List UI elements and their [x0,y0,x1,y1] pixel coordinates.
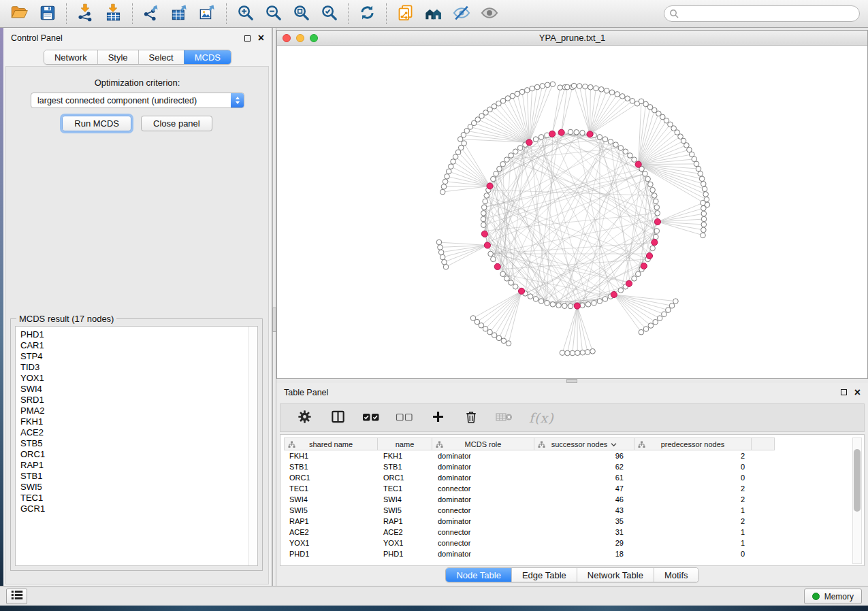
graph-node[interactable] [571,83,577,88]
graph-node[interactable] [701,216,707,222]
mcds-result-item[interactable]: TID3 [20,362,257,373]
zoom-out-button[interactable] [259,2,287,25]
graph-node[interactable] [580,350,585,355]
mcds-result-item[interactable]: SWI4 [20,384,257,395]
graph-node[interactable] [533,297,539,302]
graph-node[interactable] [562,303,567,309]
graph-node[interactable] [494,171,499,177]
graph-node[interactable] [550,82,556,87]
graph-mcds-node[interactable] [518,288,524,294]
import-network-button[interactable] [71,2,99,25]
graph-node[interactable] [583,84,588,89]
memory-button[interactable]: Memory [804,589,862,604]
list-scrollbar-track[interactable] [248,327,257,565]
graph-mcds-node[interactable] [626,280,632,286]
graph-node[interactable] [440,189,445,195]
graph-node[interactable] [560,350,565,356]
graph-node[interactable] [630,99,635,104]
graph-node[interactable] [481,216,486,222]
graph-node[interactable] [515,91,520,97]
maximize-window-icon[interactable] [310,34,318,42]
column-header-shared-name[interactable]: shared name [284,437,378,450]
tab-motifs[interactable]: Motifs [654,568,698,582]
graph-node[interactable] [568,129,573,135]
table-settings-button[interactable] [295,409,313,427]
graph-node[interactable] [654,205,660,210]
delete-table-button[interactable] [496,409,513,427]
graph-node[interactable] [510,93,515,99]
graph-node[interactable] [491,257,496,262]
graph-mcds-node[interactable] [652,240,658,246]
graph-node[interactable] [632,276,637,282]
graph-node[interactable] [448,164,453,169]
refresh-view-button[interactable] [353,2,381,25]
tab-edge-table[interactable]: Edge Table [511,568,577,582]
graph-node[interactable] [539,299,544,304]
import-table-button[interactable] [99,2,127,25]
mcds-result-item[interactable]: PMA2 [20,406,257,416]
graph-node[interactable] [565,350,570,356]
graph-node[interactable] [504,276,510,282]
toggle-column-view-button[interactable] [329,409,347,427]
graph-node[interactable] [545,82,550,88]
graph-node[interactable] [701,181,706,186]
graph-node[interactable] [613,142,619,148]
tab-node-table[interactable]: Node Table [446,568,511,582]
graph-node[interactable] [701,227,707,233]
graph-node[interactable] [592,300,597,306]
network-canvas[interactable] [277,46,867,378]
graph-node[interactable] [623,149,628,154]
graph-node[interactable] [585,350,590,355]
graph-node[interactable] [699,176,705,182]
graph-node[interactable] [609,90,615,95]
table-row[interactable]: RAP1RAP1dominator352 [284,516,848,527]
graph-node[interactable] [540,84,545,89]
tab-mcds[interactable]: MCDS [184,50,231,64]
graph-node[interactable] [481,222,486,228]
graph-node[interactable] [513,284,518,289]
graph-node[interactable] [528,294,533,299]
graph-node[interactable] [650,187,656,193]
graph-node[interactable] [530,86,535,91]
graph-node[interactable] [654,229,660,234]
graph-node[interactable] [698,171,703,177]
graph-node[interactable] [575,350,581,356]
graph-node[interactable] [635,271,641,277]
mcds-result-item[interactable]: YOX1 [20,373,257,384]
export-image-button[interactable] [193,2,221,25]
column-header-empty[interactable] [752,437,775,450]
mcds-result-list[interactable]: PHD1CAR1STP4TID3YOX1SWI4SRD1PMA2FKH1ACE2… [15,326,258,566]
graph-node[interactable] [500,98,506,103]
graph-node[interactable] [501,338,507,344]
column-header-name[interactable]: name [378,437,432,450]
graph-node[interactable] [509,153,514,159]
graph-node[interactable] [539,135,544,140]
graph-node[interactable] [643,171,648,177]
graph-node[interactable] [509,280,514,286]
graph-node[interactable] [564,84,570,90]
add-column-button[interactable] [429,409,447,427]
graph-node[interactable] [639,329,644,335]
table-row[interactable]: YOX1YOX1connector291 [284,538,848,548]
mcds-result-item[interactable]: STB5 [20,438,257,449]
graph-node[interactable] [615,92,620,97]
graph-mcds-node[interactable] [558,129,564,135]
close-panel-button[interactable]: Close panel [141,116,212,131]
graph-node[interactable] [446,169,451,174]
function-builder-button[interactable]: f(x) [529,410,554,425]
mcds-result-item[interactable]: TEC1 [20,493,257,503]
graph-node[interactable] [483,199,488,204]
graph-node[interactable] [673,299,679,304]
graph-node[interactable] [604,88,609,94]
graph-node[interactable] [492,333,497,338]
graph-node[interactable] [550,302,556,308]
graph-mcds-node[interactable] [484,242,490,248]
graph-node[interactable] [506,341,511,346]
table-scrollbar-thumb[interactable] [854,449,861,512]
mcds-result-item[interactable]: SWI5 [20,482,257,493]
graph-node[interactable] [701,211,707,216]
graph-node[interactable] [632,157,637,163]
first-neighbors-button[interactable] [419,2,447,25]
graph-node[interactable] [500,271,506,277]
graph-node[interactable] [618,288,624,293]
